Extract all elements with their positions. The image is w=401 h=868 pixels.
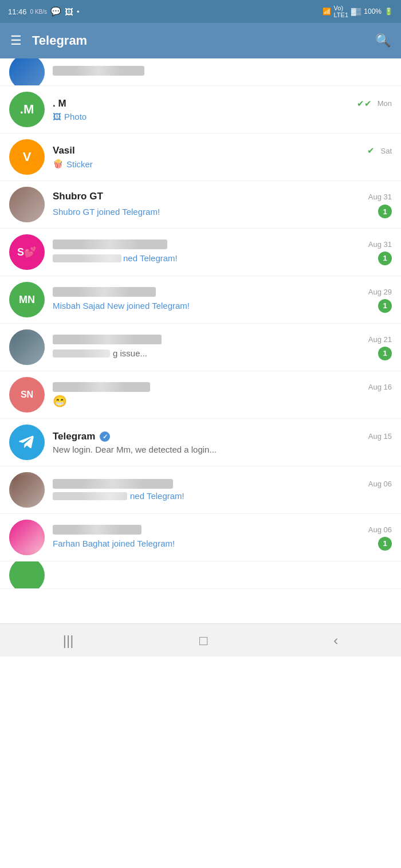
bars-icon: ▓▒ [351,7,361,15]
chat-time: Sat [380,147,392,155]
battery-icon: 🔋 [384,7,393,15]
chat-preview: 😁 [53,394,67,408]
chat-content: . M ✔✔ Mon 🖼 Photo [53,98,392,121]
chat-content: Aug 21 g issue... 1 [53,335,392,360]
signal-icon: Vo)LTE1 [334,5,348,18]
list-item[interactable] [0,561,401,589]
chat-content: Aug 06 ned Telegram! [53,479,392,501]
wifi-icon: 📶 [323,7,331,15]
chat-content: Shubro GT Aug 31 Shubro GT joined Telegr… [53,191,392,218]
avatar [9,329,45,365]
chat-preview: Shubro GT joined Telegram! [53,207,160,217]
chat-time: Aug 21 [368,335,392,344]
chat-footer: ned Telegram! [53,491,392,501]
chat-content: Aug 31 ned Telegram! 1 [53,239,392,265]
chat-name [53,287,156,297]
dot-icon: • [77,7,80,16]
chat-header: Telegram ✓ Aug 15 [53,431,392,442]
blurred-name [53,525,141,535]
avatar [9,520,45,555]
chat-name: Shubro GT [53,191,103,202]
chat-header: Aug 06 [53,479,392,489]
list-item[interactable]: .M . M ✔✔ Mon 🖼 Photo [0,86,401,133]
chat-preview: 🍿 Sticker [53,159,93,169]
back-button[interactable]: ‹ [322,628,349,653]
avatar [9,425,45,460]
chat-name [53,525,141,535]
list-item[interactable]: MN Aug 29 Misbah Sajad New joined Telegr… [0,276,401,324]
chat-content: Telegram ✓ Aug 15 New login. Dear Mm, we… [53,431,392,454]
avatar-text: V [23,150,32,164]
telegram-logo [17,432,37,453]
chat-footer: 🍿 Sticker [53,159,392,169]
single-check-icon: ✔ [367,146,375,156]
chat-name [53,479,173,489]
menu-icon[interactable]: ☰ [10,33,22,48]
preview-text: Photo [64,112,87,121]
chat-header: Aug 16 [53,382,392,392]
unread-badge: 1 [378,299,392,313]
list-item[interactable]: SN Aug 16 😁 [0,371,401,419]
bottom-nav: ||| □ ‹ [0,623,401,657]
app-title: Telegram [32,33,375,48]
chat-footer: New login. Dear Mm, we detected a login.… [53,445,392,454]
chat-header: Aug 06 [53,525,392,535]
chat-preview: Misbah Sajad New joined Telegram! [53,301,190,311]
chat-footer: Shubro GT joined Telegram! 1 [53,205,392,218]
unread-badge: 1 [378,205,392,218]
chat-footer: ned Telegram! 1 [53,252,392,265]
avatar [9,187,45,222]
home-button[interactable]: □ [188,628,219,653]
list-item[interactable]: V Vasil ✔ Sat 🍿 Sticker [0,133,401,181]
list-item[interactable]: Aug 21 g issue... 1 [0,324,401,371]
avatar-text: SN [21,390,33,400]
chat-footer: 🖼 Photo [53,112,392,121]
top-bar: ☰ Telegram 🔍 [0,23,401,58]
chat-header: . M ✔✔ Mon [53,98,392,109]
blurred-name [53,287,156,297]
avatar-text: S💕 [17,246,37,258]
list-item[interactable]: S💕 Aug 31 ned Telegram! 1 [0,229,401,276]
chat-name: Vasil [53,145,75,156]
chat-time: Aug 06 [368,480,392,488]
chat-header: Shubro GT Aug 31 [53,191,392,202]
chat-name: Telegram ✓ [53,431,110,442]
chat-preview: Farhan Baghat joined Telegram! [53,539,175,548]
chat-header: Aug 21 [53,335,392,344]
chat-footer: g issue... 1 [53,347,392,360]
chat-header [53,66,392,76]
chat-time: Aug 15 [368,432,392,441]
chat-time: Mon [378,99,392,108]
avatar [9,472,45,508]
list-item[interactable]: Shubro GT Aug 31 Shubro GT joined Telegr… [0,181,401,229]
list-item[interactable] [0,58,401,86]
battery-text: 100% [364,7,382,15]
blurred-name [53,335,162,344]
chat-header: Aug 29 [53,287,392,297]
recents-button[interactable]: ||| [52,628,85,653]
avatar: MN [9,282,45,317]
chat-footer: Misbah Sajad New joined Telegram! 1 [53,299,392,313]
chat-time: Aug 06 [368,525,392,534]
list-item[interactable]: Aug 06 ned Telegram! [0,466,401,514]
list-item[interactable]: Telegram ✓ Aug 15 New login. Dear Mm, we… [0,419,401,466]
chat-footer: 😁 [53,394,392,408]
chat-preview: ned Telegram! [53,253,178,263]
chat-header: Vasil ✔ Sat [53,145,392,156]
chat-name: . M [53,98,66,109]
search-icon[interactable]: 🔍 [375,33,391,48]
status-bar: 11:46 0 KB/s 💬 🖼 • 📶 Vo)LTE1 ▓▒ 100% 🔋 [0,0,401,23]
chat-preview: ned Telegram! [53,491,184,501]
chat-content: Vasil ✔ Sat 🍿 Sticker [53,145,392,169]
chat-header: Aug 31 [53,239,392,249]
blurred-name [53,239,167,249]
list-item[interactable]: Aug 06 Farhan Baghat joined Telegram! 1 [0,514,401,561]
chat-content: Aug 29 Misbah Sajad New joined Telegram!… [53,287,392,313]
avatar: V [9,139,45,175]
photo-icon: 🖼 [65,7,73,17]
avatar: S💕 [9,234,45,270]
chat-time: Aug 29 [368,288,392,296]
chat-name [53,239,167,249]
blurred-name [53,479,173,489]
photo-emoji: 🖼 [53,112,61,121]
